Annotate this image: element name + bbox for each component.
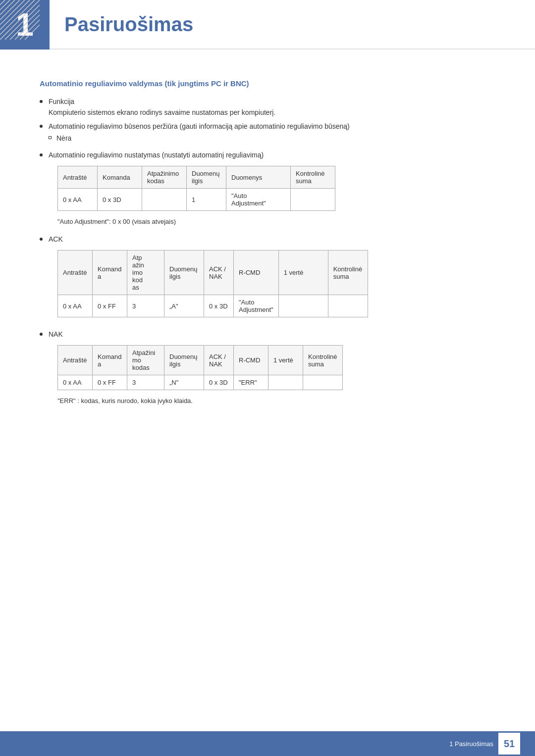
bullet2-label: Automatinio reguliavimo būsenos peržiūra…	[49, 122, 350, 130]
tbl3-h8: Kontrolinėsuma	[303, 346, 343, 375]
tbl1-r1c4: 1	[187, 189, 226, 211]
tbl2-r1c3: 3	[127, 295, 164, 317]
nak-table-container: Antraštė Komanda Atpažinimokodas Duomenų…	[57, 345, 495, 390]
tbl3-h7: 1 vertė	[268, 346, 303, 375]
tbl3-r1c7	[268, 375, 303, 390]
bullet-dot-2	[40, 125, 43, 128]
bullet-item-peržiūra: Automatinio reguliavimo būsenos peržiūra…	[40, 122, 495, 145]
footer-chapter-text: 1 Pasiruošimas	[449, 740, 493, 748]
svg-line-1	[0, 0, 10, 10]
bullet-dot-ack	[40, 238, 43, 241]
tbl1-r1c5: "AutoAdjustment"	[226, 189, 291, 211]
page-number: 51	[498, 733, 520, 755]
bullet-dot-nak	[40, 333, 43, 336]
tbl2-h1: Antraštė	[58, 251, 93, 295]
bullet-item-funkcija: Funkcija Kompiuterio sistemos ekrano rod…	[40, 98, 495, 116]
tbl2-h3: Atpažinimokodas	[127, 251, 164, 295]
tbl3-h5: ACK /NAK	[204, 346, 234, 375]
tbl2-r1c8	[328, 295, 368, 317]
table-nak: Antraštė Komanda Atpažinimokodas Duomenų…	[57, 345, 343, 390]
bullet3-label: Automatinio reguliavimo nustatymas (nust…	[49, 151, 495, 159]
tbl2-h2: Komanda	[93, 251, 127, 295]
tbl3-r1c8	[303, 375, 343, 390]
tbl3-h4: Duomenųilgis	[164, 346, 204, 375]
tbl3-r1c6: "ERR"	[234, 375, 268, 390]
bullet1-description: Kompiuterio sistemos ekrano rodinys sava…	[49, 108, 275, 116]
tbl2-h8: Kontrolinėsuma	[328, 251, 368, 295]
tbl2-r1c1: 0 x AA	[58, 295, 93, 317]
tbl1-r1c3	[142, 189, 187, 211]
table1-header-row: Antraštė Komanda Atpažinimokodas Duomenų…	[58, 166, 335, 189]
chapter-header: 1 Pasiruošimas	[0, 0, 535, 50]
page-container: 1 Pasiruošimas Automatinio reguliavimo v…	[0, 0, 535, 756]
tbl3-h3: Atpažinimokodas	[127, 346, 164, 375]
section-title: Automatinio reguliavimo valdymas (tik ju…	[40, 79, 495, 88]
tbl2-h5: ACK /NAK	[204, 251, 234, 295]
ack-table-header-row: Antraštė Komanda Atpažinimokodas Duomenų…	[58, 251, 368, 295]
tbl1-h3: Atpažinimokodas	[142, 166, 187, 189]
tbl1-h2: Komanda	[98, 166, 142, 189]
tbl1-r1c1: 0 x AA	[58, 189, 98, 211]
bullet1-label: Funkcija	[49, 98, 275, 105]
tbl3-h2: Komanda	[93, 346, 127, 375]
tbl1-h1: Antraštė	[58, 166, 98, 189]
tbl2-r1c6: "AutoAdjustment"	[234, 295, 279, 317]
content-area: Automatinio reguliavimo valdymas (tik ju…	[0, 79, 535, 404]
ack-table-data-row: 0 x AA 0 x FF 3 „A" 0 x 3D "AutoAdjustme…	[58, 295, 368, 317]
svg-line-10	[15, 15, 40, 40]
table-ack: Antraštė Komanda Atpažinimokodas Duomenų…	[57, 250, 368, 317]
nak-label: NAK	[49, 330, 495, 338]
tbl3-r1c2: 0 x FF	[93, 375, 127, 390]
tbl2-r1c2: 0 x FF	[93, 295, 127, 317]
bullet-dot-1	[40, 100, 43, 103]
tbl1-h5: Duomenys	[226, 166, 291, 189]
svg-line-4	[0, 0, 25, 25]
tbl3-r1c4: „N"	[164, 375, 204, 390]
ack-label: ACK	[49, 235, 495, 243]
tbl1-r1c6	[291, 189, 335, 211]
tbl2-h7: 1 vertė	[278, 251, 328, 295]
svg-line-3	[0, 0, 20, 20]
tbl2-r1c7	[278, 295, 328, 317]
tbl3-r1c1: 0 x AA	[58, 375, 93, 390]
tbl3-r1c5: 0 x 3D	[204, 375, 234, 390]
bullet-item-nak: NAK Antraštė Komanda Atpažinimokodas Duo…	[40, 330, 495, 404]
chapter-title-block: Pasiruošimas	[50, 0, 535, 50]
table1-data-row: 0 x AA 0 x 3D 1 "AutoAdjustment"	[58, 189, 335, 211]
note1: "Auto Adjustment": 0 x 00 (visais atveja…	[57, 218, 495, 225]
tbl2-h6: R-CMD	[234, 251, 279, 295]
tbl2-r1c5: 0 x 3D	[204, 295, 234, 317]
tbl1-r1c2: 0 x 3D	[98, 189, 142, 211]
table1-container: Antraštė Komanda Atpažinimokodas Duomenų…	[57, 166, 495, 211]
tbl2-r1c4: „A"	[164, 295, 204, 317]
decorative-diagonal	[0, 0, 40, 40]
ack-table-container: Antraštė Komanda Atpažinimokodas Duomenų…	[57, 250, 495, 317]
tbl3-h1: Antraštė	[58, 346, 93, 375]
sub-bullet-square	[49, 136, 52, 139]
nak-table-data-row: 0 x AA 0 x FF 3 „N" 0 x 3D "ERR"	[58, 375, 343, 390]
bullet-item-ack: ACK Antraštė Komanda Atpažinimokodas Duo…	[40, 235, 495, 324]
nak-table-header-row: Antraštė Komanda Atpažinimokodas Duomenų…	[58, 346, 343, 375]
bullet-item-nustatymas: Automatinio reguliavimo nustatymas (nust…	[40, 151, 495, 229]
page-footer: 1 Pasiruošimas 51	[0, 731, 535, 756]
bullet-dot-3	[40, 153, 43, 156]
svg-line-11	[20, 20, 40, 40]
err-note: "ERR" : kodas, kuris nurodo, kokia įvyko…	[57, 397, 495, 404]
sub-bullet-nera: Nėra	[49, 134, 350, 142]
sub-bullet-nera-text: Nėra	[56, 134, 71, 142]
tbl3-h6: R-CMD	[234, 346, 268, 375]
table-auto-adjustment: Antraštė Komanda Atpažinimokodas Duomenų…	[57, 166, 335, 211]
tbl3-r1c3: 3	[127, 375, 164, 390]
chapter-title: Pasiruošimas	[64, 13, 193, 36]
svg-line-7	[0, 0, 40, 40]
tbl2-h4: Duomenųilgis	[164, 251, 204, 295]
tbl1-h4: Duomenųilgis	[187, 166, 226, 189]
tbl1-h6: Kontrolinėsuma	[291, 166, 335, 189]
svg-line-0	[0, 0, 5, 5]
